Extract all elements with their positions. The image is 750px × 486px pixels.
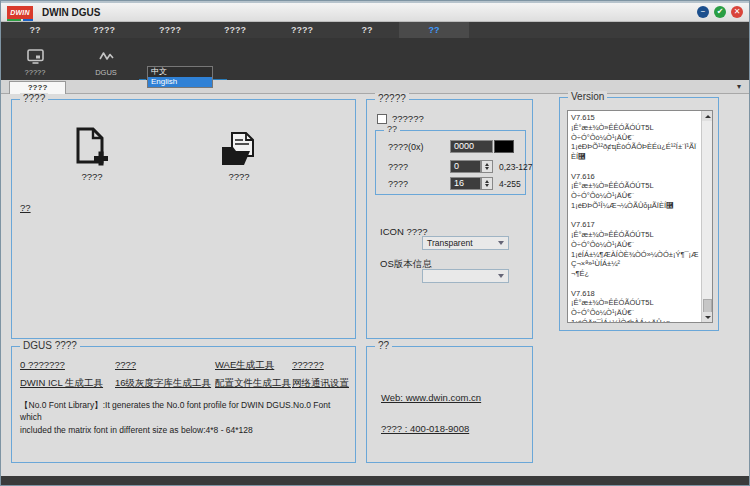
version-panel-title: Version (568, 91, 607, 102)
tool-link-config-file[interactable]: 配置文件生成工具 (215, 377, 291, 390)
settings-inner-group-title: ?? (384, 124, 400, 134)
waveform-icon (99, 47, 114, 65)
new-project-label: ???? (57, 171, 127, 182)
contact-panel: ?? Web: www.dwin.com.cn ???? : 400-018-9… (366, 346, 533, 463)
menu-item-7-active[interactable]: ?? (399, 22, 469, 38)
row2-range-hint: 0,23-127 (499, 162, 533, 172)
window-title: DWIN DGUS (42, 7, 100, 18)
minimize-button[interactable]: − (697, 6, 709, 18)
dgus-tools-panel-title: DGUS ???? (20, 340, 80, 351)
spin-down-icon (485, 167, 489, 170)
dgus-tools-panel: DGUS ???? 0 ??????? ???? WAE生成工具 ?????? … (11, 346, 356, 463)
icon-mode-combobox[interactable]: Transparent (422, 236, 509, 250)
project-panel-title: ???? (20, 93, 48, 104)
version-panel: Version V7.615 ¡Ê°æ±¾Ò»ÊÊÓÃÓÚT5L Ò÷Ó°Ôò¼… (559, 97, 719, 331)
project-help-link[interactable]: ?? (20, 202, 31, 213)
website-link[interactable]: Web: www.dwin.com.cn (381, 392, 481, 403)
checkbox-icon[interactable] (377, 114, 387, 124)
language-dropdown-list: 中文 English (147, 66, 213, 88)
version-text: V7.615 ¡Ê°æ±¾Ò»ÊÊÓÃÓÚT5L Ò÷Ó°Ôò¼Ò¹¡ÄÛ€¨ … (571, 113, 699, 323)
contact-panel-title: ?? (375, 340, 392, 351)
chevron-down-icon (498, 241, 504, 245)
new-file-icon (74, 126, 108, 168)
row2-spinner[interactable] (481, 160, 493, 173)
dgus-tool-button[interactable]: DGUS (83, 41, 129, 77)
settings-checkbox-row[interactable]: ?????? (377, 113, 424, 124)
settings-inner-group: ?? ????(0x) 0000 ???? 0 0,23-127 ???? 16… (375, 130, 526, 195)
tool-link-icl[interactable]: DWIN ICL 生成工具 (20, 377, 103, 390)
version-scrollbar[interactable] (701, 111, 712, 322)
preview-tool-button[interactable]: ????? (9, 41, 61, 77)
tab-overflow-icon[interactable]: ▾ (737, 82, 741, 91)
scroll-down-icon[interactable] (702, 312, 713, 322)
language-option-english[interactable]: English (148, 77, 212, 87)
preview-tool-label: ????? (25, 68, 46, 77)
logo-text: DWIN (10, 9, 29, 16)
color-row-label: ????(0x) (388, 142, 424, 152)
tool-link-wae[interactable]: WAE生成工具 (215, 359, 274, 372)
row2-label: ???? (388, 162, 408, 172)
dgus-tool-label: DGUS (95, 68, 117, 77)
settings-panel: ????? ?????? ?? ????(0x) 0000 ???? 0 0,2… (366, 99, 533, 339)
row3-value-input[interactable]: 16 (450, 177, 481, 190)
icon-mode-value: Transparent (427, 238, 473, 248)
scroll-up-icon[interactable] (702, 111, 713, 121)
row3-range-hint: 4-255 (499, 179, 521, 189)
spin-up-icon (485, 163, 489, 166)
toolbar: ????? DGUS Language 中文 (1, 38, 749, 80)
spin-down-icon (485, 184, 489, 187)
settings-panel-title: ????? (375, 93, 409, 104)
row2-value-input[interactable]: 0 (450, 160, 481, 173)
monitor-icon (27, 47, 44, 65)
open-folder-icon (220, 131, 260, 167)
menu-item-1[interactable]: ?? (21, 22, 49, 38)
spin-up-icon (485, 180, 489, 183)
menu-item-4[interactable]: ???? (216, 22, 254, 38)
phone-link[interactable]: ???? : 400-018-9008 (381, 423, 469, 434)
project-panel: ???? ???? (11, 99, 356, 339)
version-textbox[interactable]: V7.615 ¡Ê°æ±¾Ò»ÊÊÓÃÓÚT5L Ò÷Ó°Ôò¼Ò¹¡ÄÛ€¨ … (567, 110, 713, 323)
menu-item-6[interactable]: ?? (353, 22, 381, 38)
tool-link-font0[interactable]: 0 ??????? (20, 359, 65, 370)
app-window: DWIN DWIN DGUS − ✔ ✕ ?? ???? ???? ???? ?… (0, 0, 750, 486)
close-button[interactable]: ✕ (731, 6, 743, 18)
row3-label: ???? (388, 179, 408, 189)
tool-description-text: 【No.0 Font Library】:It generates the No.… (20, 399, 345, 436)
tool-link-2[interactable]: ???? (115, 359, 136, 370)
title-bar: DWIN DWIN DGUS − ✔ ✕ (1, 1, 749, 22)
color-value-input[interactable]: 0000 (450, 140, 493, 153)
color-swatch[interactable] (494, 140, 514, 153)
settings-checkbox-label: ?????? (392, 113, 424, 124)
menu-item-3[interactable]: ???? (151, 22, 189, 38)
menu-bar: ?? ???? ???? ???? ???? ?? ?? (1, 22, 749, 38)
maximize-button[interactable]: ✔ (714, 6, 726, 18)
dwin-logo-icon: DWIN (7, 6, 33, 19)
status-bar (1, 476, 749, 485)
language-option-chinese[interactable]: 中文 (148, 67, 212, 77)
menu-item-5[interactable]: ???? (283, 22, 321, 38)
open-project-button[interactable] (220, 131, 260, 167)
row3-spinner[interactable] (481, 177, 493, 190)
tool-link-grayscale-font[interactable]: 16级灰度字库生成工具 (115, 377, 211, 390)
menu-item-2[interactable]: ???? (85, 22, 123, 38)
tab-bar: ???? ▾ (1, 80, 749, 94)
open-project-label: ???? (204, 171, 274, 182)
os-version-combobox[interactable] (422, 269, 509, 283)
icon-mode-label: ICON ???? (380, 226, 428, 237)
chevron-down-icon (498, 274, 504, 278)
new-project-button[interactable] (74, 126, 108, 168)
tool-link-4[interactable]: ?????? (292, 359, 324, 370)
tool-link-network[interactable]: 网络通讯设置 (292, 377, 349, 390)
content-area: ???? ???? (1, 94, 749, 476)
